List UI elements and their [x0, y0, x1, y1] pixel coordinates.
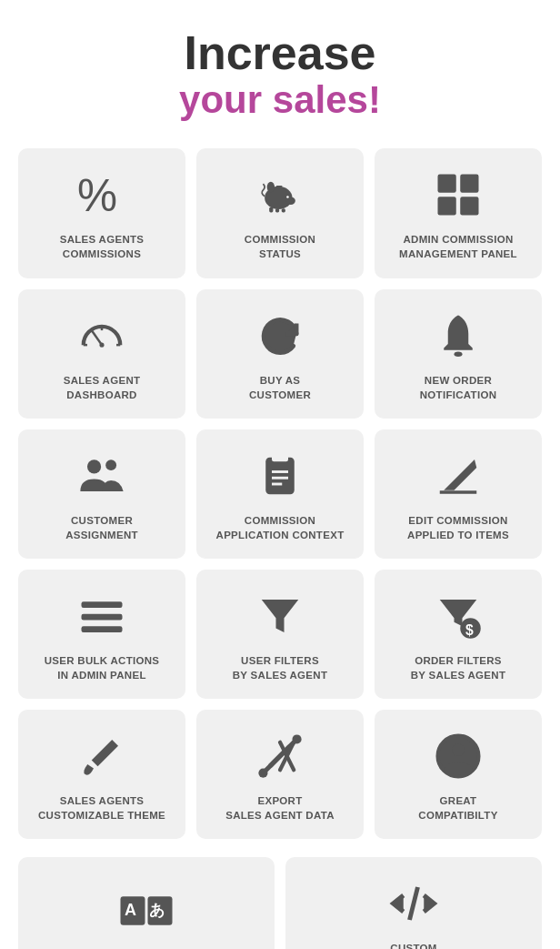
- card-user-bulk-actions[interactable]: USER BULK ACTIONSIN ADMIN PANEL: [18, 570, 185, 699]
- svg-text:あ: あ: [149, 903, 165, 920]
- brush-icon: [77, 730, 126, 782]
- eraser-icon: [434, 449, 483, 502]
- svg-rect-4: [276, 186, 283, 187]
- card-buy-as-customer[interactable]: BUY ASCUSTOMER: [196, 289, 364, 419]
- svg-rect-10: [460, 175, 478, 193]
- users-icon: [77, 449, 126, 502]
- card-sales-agents-theme[interactable]: SALES AGENTSCUSTOMIZABLE THEME: [18, 710, 185, 839]
- card-label: COMMISSIONSTATUS: [245, 232, 315, 261]
- svg-point-18: [455, 351, 463, 356]
- svg-rect-26: [82, 601, 123, 608]
- person-circle-icon: [434, 730, 483, 782]
- card-commission-application-context[interactable]: COMMISSIONAPPLICATION CONTEXT: [196, 429, 364, 559]
- card-label: BUY ASCUSTOMER: [249, 373, 311, 402]
- card-label: SALES AGENTDASHBOARD: [64, 373, 141, 402]
- svg-rect-6: [269, 207, 273, 213]
- svg-point-19: [87, 459, 101, 473]
- bell-icon: [434, 309, 483, 362]
- svg-point-2: [286, 197, 295, 205]
- header-line1: Increase: [179, 27, 381, 79]
- code-icon: [389, 877, 438, 930]
- feature-grid: % SALES AGENTSCOMMISSIONS: [0, 139, 560, 857]
- card-label: EDIT COMMISSIONAPPLIED TO ITEMS: [407, 513, 509, 542]
- svg-rect-11: [438, 197, 456, 216]
- translate-icon: A あ: [119, 884, 174, 937]
- card-commission-status[interactable]: COMMISSIONSTATUS: [196, 148, 364, 278]
- svg-rect-28: [82, 626, 123, 632]
- svg-rect-7: [275, 209, 279, 213]
- svg-rect-27: [82, 614, 123, 621]
- svg-rect-8: [282, 209, 285, 213]
- card-sales-agent-dashboard[interactable]: SALES AGENTDASHBOARD: [18, 289, 185, 419]
- card-label: NEW ORDERNOTIFICATION: [420, 373, 497, 402]
- card-admin-commission[interactable]: ADMIN COMMISSIONMANAGEMENT PANEL: [375, 148, 542, 278]
- card-label: COMMISSIONAPPLICATION CONTEXT: [216, 513, 345, 542]
- svg-rect-9: [438, 175, 456, 193]
- card-label: ORDER FILTERSBY SALES AGENT: [411, 653, 506, 682]
- grid-icon: [434, 168, 483, 221]
- header-line2: your sales!: [179, 79, 381, 121]
- card-label: CUSTOMHOOKS: [390, 941, 436, 949]
- svg-point-3: [267, 182, 275, 193]
- card-multilanguage[interactable]: A あ MULTILANGUAGE: [18, 857, 275, 949]
- funnel-dollar-icon: $: [434, 590, 483, 642]
- card-great-compatibility[interactable]: GREATCOMPATIBILTY: [375, 710, 542, 839]
- lines-icon: [77, 590, 126, 642]
- card-label: EXPORTSALES AGENT DATA: [225, 793, 335, 823]
- refresh-icon: [255, 309, 305, 362]
- svg-rect-22: [272, 453, 288, 461]
- svg-line-43: [410, 887, 418, 920]
- card-new-order-notification[interactable]: NEW ORDERNOTIFICATION: [375, 289, 542, 419]
- page-header: Increase your sales!: [170, 0, 390, 139]
- funnel-icon: [255, 590, 305, 642]
- svg-point-5: [286, 197, 289, 199]
- svg-point-38: [452, 744, 465, 757]
- card-label: SALES AGENTSCOMMISSIONS: [60, 232, 145, 261]
- card-label: ADMIN COMMISSIONMANAGEMENT PANEL: [399, 232, 517, 261]
- svg-point-20: [105, 459, 116, 470]
- svg-text:A: A: [125, 902, 136, 920]
- svg-point-32: [258, 769, 267, 778]
- dashboard-icon: [77, 309, 126, 362]
- card-label: USER BULK ACTIONSIN ADMIN PANEL: [45, 653, 160, 682]
- bottom-grid: A あ MULTILANGUAGE CUSTOMHOOKS: [0, 857, 560, 949]
- card-sales-agents-commissions[interactable]: % SALES AGENTSCOMMISSIONS: [18, 148, 185, 278]
- card-customer-assignment[interactable]: CUSTOMERASSIGNMENT: [18, 429, 185, 559]
- card-label: SALES AGENTSCUSTOMIZABLE THEME: [38, 793, 165, 823]
- card-export-sales-agent[interactable]: EXPORTSALES AGENT DATA: [196, 710, 364, 839]
- card-label: GREATCOMPATIBILTY: [418, 793, 497, 823]
- card-custom-hooks[interactable]: CUSTOMHOOKS: [285, 857, 542, 949]
- svg-text:$: $: [465, 622, 474, 638]
- piggy-icon: [255, 168, 305, 221]
- card-label: CUSTOMERASSIGNMENT: [65, 513, 138, 542]
- tools-icon: [255, 730, 305, 782]
- clipboard-icon: [255, 449, 305, 502]
- svg-rect-12: [460, 197, 478, 216]
- svg-rect-21: [265, 458, 295, 495]
- card-user-filters[interactable]: USER FILTERSBY SALES AGENT: [196, 570, 364, 699]
- svg-text:%: %: [77, 170, 117, 219]
- card-label: USER FILTERSBY SALES AGENT: [233, 653, 328, 682]
- card-order-filters[interactable]: $ ORDER FILTERSBY SALES AGENT: [375, 570, 542, 699]
- svg-line-14: [91, 329, 102, 345]
- card-edit-commission-applied[interactable]: EDIT COMMISSIONAPPLIED TO ITEMS: [375, 429, 542, 559]
- percent-icon: %: [77, 168, 126, 221]
